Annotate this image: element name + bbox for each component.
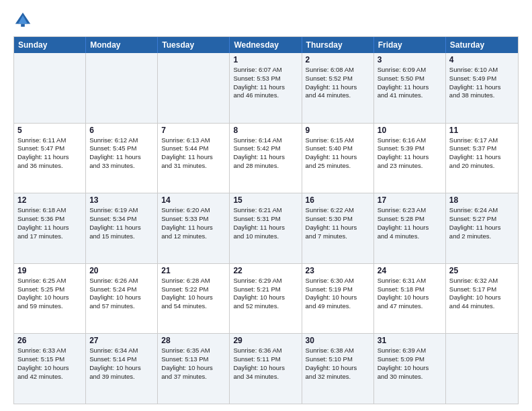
cal-cell-r3-c4: 23Sunrise: 6:30 AMSunset: 5:19 PMDayligh… <box>302 264 374 334</box>
cell-info: Sunrise: 6:38 AMSunset: 5:10 PMDaylight:… <box>306 347 370 381</box>
cell-info: Sunrise: 6:11 AMSunset: 5:47 PMDaylight:… <box>17 136 82 171</box>
calendar-row-1: 5Sunrise: 6:11 AMSunset: 5:47 PMDaylight… <box>14 123 518 193</box>
cell-info: Sunrise: 6:09 AMSunset: 5:50 PMDaylight:… <box>378 66 442 100</box>
calendar-header: SundayMondayTuesdayWednesdayThursdayFrid… <box>14 37 518 53</box>
cell-info: Sunrise: 6:39 AMSunset: 5:09 PMDaylight:… <box>378 347 442 381</box>
day-number: 19 <box>17 266 82 275</box>
cal-cell-r4-c1: 27Sunrise: 6:34 AMSunset: 5:14 PMDayligh… <box>86 334 158 404</box>
cal-cell-r4-c6 <box>446 334 518 404</box>
cell-info: Sunrise: 6:35 AMSunset: 5:13 PMDaylight:… <box>161 347 226 381</box>
cell-info: Sunrise: 6:31 AMSunset: 5:18 PMDaylight:… <box>378 277 442 311</box>
cell-info: Sunrise: 6:21 AMSunset: 5:31 PMDaylight:… <box>233 206 298 240</box>
cell-info: Sunrise: 6:16 AMSunset: 5:39 PMDaylight:… <box>378 136 442 171</box>
cal-cell-r4-c2: 28Sunrise: 6:35 AMSunset: 5:13 PMDayligh… <box>158 334 230 404</box>
cal-cell-r4-c3: 29Sunrise: 6:36 AMSunset: 5:11 PMDayligh… <box>230 334 302 404</box>
day-number: 18 <box>449 195 515 205</box>
cal-cell-r2-c1: 13Sunrise: 6:19 AMSunset: 5:34 PMDayligh… <box>86 193 158 263</box>
day-number: 23 <box>306 266 370 275</box>
day-number: 1 <box>233 55 298 64</box>
cal-cell-r3-c2: 21Sunrise: 6:28 AMSunset: 5:22 PMDayligh… <box>158 264 230 334</box>
cell-info: Sunrise: 6:32 AMSunset: 5:17 PMDaylight:… <box>449 277 515 311</box>
cal-cell-r0-c5: 3Sunrise: 6:09 AMSunset: 5:50 PMDaylight… <box>374 53 446 123</box>
cell-info: Sunrise: 6:08 AMSunset: 5:52 PMDaylight:… <box>306 66 370 100</box>
day-number: 30 <box>306 336 370 345</box>
cell-info: Sunrise: 6:23 AMSunset: 5:28 PMDaylight:… <box>378 206 442 240</box>
day-number: 21 <box>161 266 226 275</box>
day-number: 14 <box>161 195 226 205</box>
cell-info: Sunrise: 6:20 AMSunset: 5:33 PMDaylight:… <box>161 206 226 240</box>
cal-cell-r0-c6: 4Sunrise: 6:10 AMSunset: 5:49 PMDaylight… <box>446 53 518 123</box>
day-number: 24 <box>378 266 442 275</box>
day-number: 4 <box>449 55 515 64</box>
cal-cell-r1-c3: 8Sunrise: 6:14 AMSunset: 5:42 PMDaylight… <box>230 124 302 193</box>
cal-cell-r0-c3: 1Sunrise: 6:07 AMSunset: 5:53 PMDaylight… <box>230 53 302 123</box>
day-number: 8 <box>233 126 298 135</box>
weekday-header-friday: Friday <box>374 37 446 53</box>
logo <box>13 11 35 30</box>
day-number: 28 <box>161 336 226 345</box>
day-number: 6 <box>89 126 154 135</box>
cell-info: Sunrise: 6:34 AMSunset: 5:14 PMDaylight:… <box>89 347 154 381</box>
logo-icon <box>13 11 32 30</box>
day-number: 9 <box>306 126 370 135</box>
day-number: 5 <box>17 126 82 135</box>
cal-cell-r3-c3: 22Sunrise: 6:29 AMSunset: 5:21 PMDayligh… <box>230 264 302 334</box>
calendar-row-4: 26Sunrise: 6:33 AMSunset: 5:15 PMDayligh… <box>14 333 518 404</box>
cell-info: Sunrise: 6:29 AMSunset: 5:21 PMDaylight:… <box>233 277 298 311</box>
day-number: 16 <box>306 195 370 205</box>
cal-cell-r3-c6: 25Sunrise: 6:32 AMSunset: 5:17 PMDayligh… <box>446 264 518 334</box>
weekday-header-wednesday: Wednesday <box>230 37 302 53</box>
weekday-header-sunday: Sunday <box>14 37 86 53</box>
cell-info: Sunrise: 6:10 AMSunset: 5:49 PMDaylight:… <box>449 66 515 100</box>
day-number: 13 <box>89 195 154 205</box>
day-number: 20 <box>89 266 154 275</box>
cell-info: Sunrise: 6:26 AMSunset: 5:24 PMDaylight:… <box>89 277 154 311</box>
cal-cell-r2-c4: 16Sunrise: 6:22 AMSunset: 5:30 PMDayligh… <box>302 193 374 263</box>
day-number: 2 <box>306 55 370 64</box>
cal-cell-r4-c5: 31Sunrise: 6:39 AMSunset: 5:09 PMDayligh… <box>374 334 446 404</box>
cal-cell-r2-c0: 12Sunrise: 6:18 AMSunset: 5:36 PMDayligh… <box>14 193 86 263</box>
cal-cell-r1-c1: 6Sunrise: 6:12 AMSunset: 5:45 PMDaylight… <box>86 124 158 193</box>
cal-cell-r3-c1: 20Sunrise: 6:26 AMSunset: 5:24 PMDayligh… <box>86 264 158 334</box>
cell-info: Sunrise: 6:25 AMSunset: 5:25 PMDaylight:… <box>17 277 82 311</box>
cell-info: Sunrise: 6:22 AMSunset: 5:30 PMDaylight:… <box>306 206 370 240</box>
cal-cell-r0-c1 <box>86 53 158 123</box>
cal-cell-r0-c4: 2Sunrise: 6:08 AMSunset: 5:52 PMDaylight… <box>302 53 374 123</box>
day-number: 17 <box>378 195 442 205</box>
cal-cell-r1-c0: 5Sunrise: 6:11 AMSunset: 5:47 PMDaylight… <box>14 124 86 193</box>
cal-cell-r1-c5: 10Sunrise: 6:16 AMSunset: 5:39 PMDayligh… <box>374 124 446 193</box>
header <box>13 11 519 30</box>
cell-info: Sunrise: 6:30 AMSunset: 5:19 PMDaylight:… <box>306 277 370 311</box>
cal-cell-r1-c4: 9Sunrise: 6:15 AMSunset: 5:40 PMDaylight… <box>302 124 374 193</box>
day-number: 26 <box>17 336 82 345</box>
cell-info: Sunrise: 6:15 AMSunset: 5:40 PMDaylight:… <box>306 136 370 171</box>
cal-cell-r2-c6: 18Sunrise: 6:24 AMSunset: 5:27 PMDayligh… <box>446 193 518 263</box>
day-number: 27 <box>89 336 154 345</box>
cal-cell-r1-c2: 7Sunrise: 6:13 AMSunset: 5:44 PMDaylight… <box>158 124 230 193</box>
day-number: 15 <box>233 195 298 205</box>
day-number: 10 <box>378 126 442 135</box>
day-number: 7 <box>161 126 226 135</box>
weekday-header-thursday: Thursday <box>302 37 374 53</box>
weekday-header-tuesday: Tuesday <box>158 37 230 53</box>
day-number: 12 <box>17 195 82 205</box>
cell-info: Sunrise: 6:18 AMSunset: 5:36 PMDaylight:… <box>17 206 82 240</box>
cell-info: Sunrise: 6:24 AMSunset: 5:27 PMDaylight:… <box>449 206 515 240</box>
cell-info: Sunrise: 6:12 AMSunset: 5:45 PMDaylight:… <box>89 136 154 171</box>
cell-info: Sunrise: 6:13 AMSunset: 5:44 PMDaylight:… <box>161 136 226 171</box>
svg-rect-2 <box>21 24 25 27</box>
cell-info: Sunrise: 6:14 AMSunset: 5:42 PMDaylight:… <box>233 136 298 171</box>
cal-cell-r2-c3: 15Sunrise: 6:21 AMSunset: 5:31 PMDayligh… <box>230 193 302 263</box>
cell-info: Sunrise: 6:33 AMSunset: 5:15 PMDaylight:… <box>17 347 82 381</box>
cal-cell-r4-c4: 30Sunrise: 6:38 AMSunset: 5:10 PMDayligh… <box>302 334 374 404</box>
calendar-body: 1Sunrise: 6:07 AMSunset: 5:53 PMDaylight… <box>14 53 518 404</box>
cal-cell-r1-c6: 11Sunrise: 6:17 AMSunset: 5:37 PMDayligh… <box>446 124 518 193</box>
weekday-header-saturday: Saturday <box>446 37 518 53</box>
cal-cell-r0-c2 <box>158 53 230 123</box>
cal-cell-r3-c0: 19Sunrise: 6:25 AMSunset: 5:25 PMDayligh… <box>14 264 86 334</box>
cell-info: Sunrise: 6:36 AMSunset: 5:11 PMDaylight:… <box>233 347 298 381</box>
day-number: 11 <box>449 126 515 135</box>
weekday-header-monday: Monday <box>86 37 158 53</box>
cal-cell-r2-c2: 14Sunrise: 6:20 AMSunset: 5:33 PMDayligh… <box>158 193 230 263</box>
cal-cell-r4-c0: 26Sunrise: 6:33 AMSunset: 5:15 PMDayligh… <box>14 334 86 404</box>
